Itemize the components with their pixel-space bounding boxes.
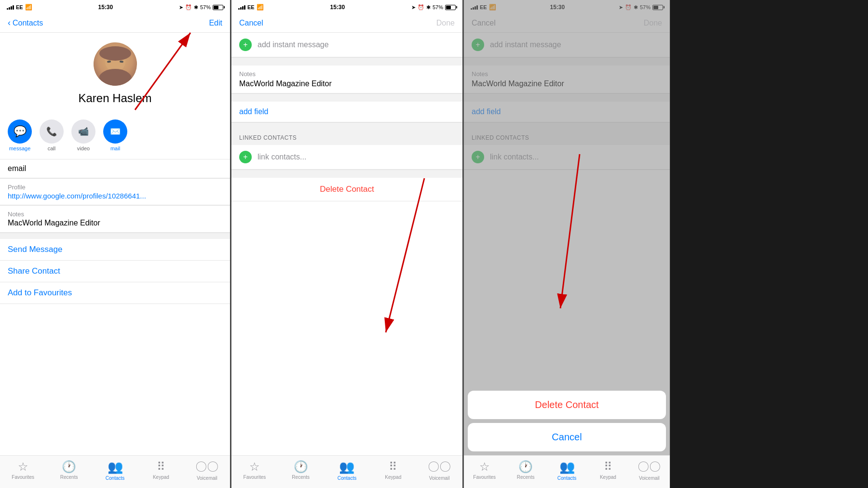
add-msg-label: add instant message (258, 40, 329, 49)
avatar (94, 42, 137, 86)
tab-voicemail-label-3: Voicemail (639, 475, 660, 481)
voicemail-icon-2: 〇〇 (428, 459, 451, 475)
tab-keypad-2[interactable]: ⠿ Keypad (370, 460, 416, 480)
tab-keypad-3[interactable]: ⠿ Keypad (587, 460, 628, 480)
message-icon: 💬 (8, 119, 32, 144)
contacts-icon-3: 👥 (559, 460, 575, 475)
add-favourites-link[interactable]: Add to Favourites (0, 282, 230, 304)
keypad-icon-1: ⠿ (157, 460, 165, 474)
video-icon: 📹 (71, 119, 95, 144)
back-chevron-icon: ‹ (8, 18, 11, 28)
star-icon-3: ☆ (479, 460, 490, 474)
back-label: Contacts (13, 19, 43, 27)
status-bar-1: EE 📶 15:30 ➤ ⏰ ✱ 57% (0, 0, 230, 13)
clock-icon-1: 🕐 (62, 460, 76, 474)
tab-recents-2[interactable]: 🕐 Recents (278, 460, 324, 480)
mail-icon: ✉️ (103, 119, 127, 144)
tab-contacts-label-3: Contacts (557, 475, 576, 481)
edit-button[interactable]: Edit (209, 19, 222, 27)
add-field-row[interactable]: add field (231, 102, 462, 122)
cancel-confirm-button[interactable]: Cancel (468, 423, 666, 451)
profile-link[interactable]: http://www.google.com/profiles/10286641.… (8, 192, 222, 200)
tab-recents-1[interactable]: 🕐 Recents (46, 460, 92, 480)
cancel-confirm-label: Cancel (552, 432, 582, 442)
battery-icon-2 (445, 5, 456, 10)
call-label: call (48, 145, 56, 151)
bluetooth-icon-2: ✱ (426, 4, 431, 11)
tab-bar-3: ☆ Favourites 🕐 Recents 👥 Contacts ⠿ Keyp… (464, 455, 670, 488)
tab-contacts-2[interactable]: 👥 Contacts (324, 460, 370, 481)
add-icon-msg: + (239, 39, 252, 51)
delete-confirm-button[interactable]: Delete Contact (468, 391, 666, 419)
confirm-sheet: Delete Contact Cancel (464, 387, 670, 455)
tab-voicemail-label-2: Voicemail (429, 475, 450, 481)
tab-keypad-1[interactable]: ⠿ Keypad (138, 460, 184, 480)
carrier-label-2: EE (247, 4, 255, 10)
add-icon-link: + (239, 151, 252, 163)
nav-bar-1: ‹ Contacts Edit (0, 13, 230, 33)
tab-favourites-3[interactable]: ☆ Favourites (464, 460, 505, 480)
call-action[interactable]: 📞 call (40, 119, 64, 151)
call-icon: 📞 (40, 119, 64, 144)
panel-3-confirm-view: EE 📶 15:30 ➤ ⏰ ✱ 57% Cancel Done + add i… (464, 0, 670, 488)
mail-label: mail (110, 145, 120, 151)
bluetooth-icon: ✱ (194, 4, 198, 11)
add-instant-message-row[interactable]: + add instant message (231, 33, 462, 57)
link-contacts-row[interactable]: + link contacts... (231, 145, 462, 170)
email-label: email (8, 164, 222, 173)
panel-2-edit-view: EE 📶 15:30 ➤ ⏰ ✱ 57% Cancel Done + add i… (231, 0, 463, 488)
share-contact-link[interactable]: Share Contact (0, 261, 230, 282)
message-action[interactable]: 💬 message (8, 119, 32, 151)
time-label-2: 15:30 (330, 4, 345, 11)
send-message-link[interactable]: Send Message (0, 239, 230, 261)
contact-name: Karen Haslem (78, 92, 151, 105)
clock-icon-3: 🕐 (518, 460, 533, 474)
video-label: video (77, 145, 90, 151)
tab-voicemail-2[interactable]: 〇〇 Voicemail (416, 459, 462, 481)
tab-voicemail-3[interactable]: 〇〇 Voicemail (629, 459, 670, 481)
tab-contacts-1[interactable]: 👥 Contacts (92, 460, 138, 481)
battery-percent: 57% (200, 4, 211, 10)
tab-voicemail-label-1: Voicemail (197, 475, 217, 481)
avatar-image (94, 42, 137, 86)
link-contacts-label: link contacts... (258, 153, 306, 161)
tab-favourites-2[interactable]: ☆ Favourites (231, 460, 278, 480)
message-label: message (9, 145, 31, 151)
star-icon-2: ☆ (249, 460, 260, 474)
voicemail-icon-1: 〇〇 (195, 459, 218, 475)
delete-contact-label: Delete Contact (320, 185, 374, 194)
delete-confirm-label: Delete Contact (535, 399, 598, 410)
delete-contact-row[interactable]: Delete Contact (231, 178, 462, 201)
signal-icon-2 (238, 5, 245, 10)
svg-line-3 (386, 178, 424, 332)
tab-contacts-3[interactable]: 👥 Contacts (546, 460, 587, 481)
star-icon: ☆ (18, 460, 28, 474)
linked-contacts-header: LINKED CONTACTS (231, 131, 462, 145)
clock-icon-2: 🕐 (294, 460, 308, 474)
wifi-icon: 📶 (25, 4, 32, 11)
notes-label-2: Notes (239, 70, 455, 78)
nav-bar-2: Cancel Done (231, 13, 462, 33)
status-left-2: EE 📶 (238, 4, 264, 11)
time-label: 15:30 (98, 4, 113, 11)
tab-favourites-1[interactable]: ☆ Favourites (0, 460, 46, 480)
cancel-button-2[interactable]: Cancel (239, 19, 263, 27)
alarm-icon-2: ⏰ (418, 4, 424, 11)
mail-action[interactable]: ✉️ mail (103, 119, 127, 151)
video-action[interactable]: 📹 video (71, 119, 95, 151)
done-button-2[interactable]: Done (436, 19, 455, 27)
back-button[interactable]: ‹ Contacts (8, 18, 43, 28)
tab-recents-label-2: Recents (292, 475, 310, 480)
status-left-1: EE 📶 (7, 4, 32, 11)
tab-recents-3[interactable]: 🕐 Recents (505, 460, 546, 480)
status-bar-2: EE 📶 15:30 ➤ ⏰ ✱ 57% (231, 0, 462, 13)
notes-section: Notes MacWorld Magazine Editor (0, 206, 230, 233)
tab-voicemail-1[interactable]: 〇〇 Voicemail (184, 459, 230, 481)
tab-favourites-label-3: Favourites (473, 475, 496, 480)
tab-keypad-label-1: Keypad (153, 475, 169, 480)
battery-percent-2: 57% (433, 4, 443, 10)
keypad-icon-3: ⠿ (604, 460, 612, 474)
tab-bar-2: ☆ Favourites 🕐 Recents 👥 Contacts ⠿ Keyp… (231, 455, 462, 488)
contacts-icon-2: 👥 (339, 460, 354, 475)
email-field: email (0, 159, 230, 178)
